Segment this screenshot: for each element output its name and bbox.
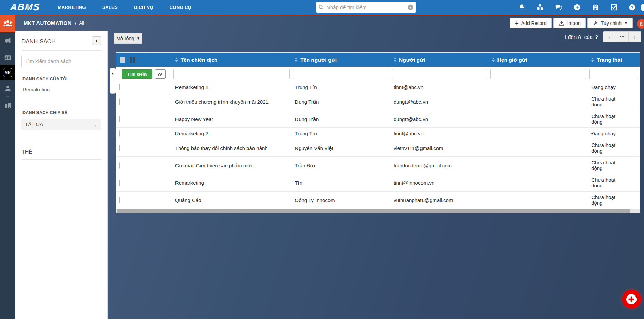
column-header-campaign[interactable]: Tên chiến dịch [172, 57, 292, 63]
filter-input-schedule[interactable] [490, 69, 586, 79]
row-checkbox[interactable] [119, 197, 120, 203]
table-row[interactable]: Remarketing 2 Trung Tín tinnt@abc.vn Đan… [116, 128, 640, 139]
menu-item-sales[interactable]: SALES [102, 5, 118, 10]
global-search-input[interactable] [326, 4, 407, 10]
table-row[interactable]: Quảng Cáo Công Ty Innocom vuthuanphat6@g… [116, 192, 640, 209]
expand-button[interactable]: Mở rộng ▼ [114, 33, 142, 44]
import-label: Import [567, 20, 581, 26]
column-header-status[interactable]: Trạng thái [588, 57, 640, 63]
search-icon [318, 4, 324, 10]
column-header-sender-name[interactable]: Tên người gửi [291, 57, 390, 63]
cell-status: Chưa hoạt động [588, 139, 640, 156]
cell-schedule [489, 116, 588, 122]
edge-cutoff-icon[interactable] [641, 4, 644, 11]
collapse-panel-button[interactable]: ‹ [110, 68, 116, 94]
breadcrumb-separator: › [75, 20, 76, 26]
cell-campaign: Happy New Year [172, 113, 292, 125]
pagination-next-button[interactable]: › [628, 31, 641, 42]
table-body: Remarketing 1 Trung Tín tinnt@abc.vn Đan… [116, 81, 640, 209]
plus-icon [622, 290, 641, 309]
plus-circle-icon[interactable] [573, 4, 581, 11]
cell-sender-name: Trần Đức [291, 160, 390, 171]
sort-icon [175, 58, 178, 62]
row-checkbox[interactable] [119, 145, 120, 151]
bell-icon[interactable] [518, 4, 525, 11]
add-record-label: Add Record [521, 20, 547, 26]
table-row[interactable]: Remarketing 1 Trung Tín tinnt@abc.vn Đan… [116, 81, 640, 93]
sort-icon [492, 58, 495, 62]
scrollbar-thumb[interactable] [117, 209, 630, 213]
id-card-icon[interactable] [4, 54, 12, 61]
megaphone-icon[interactable] [4, 37, 12, 44]
list-search-input[interactable] [21, 55, 101, 67]
menu-item-dich-vu[interactable]: DỊCH VỤ [134, 5, 153, 10]
add-list-button[interactable]: + [92, 36, 101, 45]
expand-label: Mở rộng [116, 36, 134, 41]
menu-item-marketing[interactable]: MARKETING [58, 5, 86, 10]
cell-status: Chưa hoạt động [588, 174, 640, 191]
table-search-button[interactable]: Tìm kiếm [122, 69, 152, 79]
list-item-remaketing[interactable]: Remaketing [22, 87, 101, 92]
row-checkbox[interactable] [119, 116, 120, 122]
customize-button[interactable]: Tùy chỉnh ▼ [587, 18, 633, 28]
breadcrumb-module-title: MKT AUTOMATION [24, 20, 72, 26]
column-header-sender[interactable]: Người gửi [390, 57, 489, 63]
module-tile[interactable] [0, 15, 15, 32]
sidebar-item-mk-active[interactable]: MK [0, 65, 15, 80]
check-square-icon[interactable] [610, 4, 617, 11]
floating-add-button[interactable] [620, 288, 643, 310]
column-label: Trạng thái [597, 57, 622, 63]
cell-sender-email: dungtt@abc.vn [390, 96, 489, 107]
search-scope-chevron-icon[interactable] [407, 4, 414, 11]
pagination-prev-button[interactable]: ‹ [603, 31, 616, 42]
cell-campaign: Giới thiệu chương trình khuyến mãi 2021 [172, 96, 292, 107]
plus-icon: + [515, 20, 519, 26]
download-icon [558, 20, 565, 26]
table-row[interactable]: Giới thiệu chương trình khuyến mãi 2021 … [116, 93, 640, 110]
app-sidebar: MK [0, 15, 15, 319]
person-icon[interactable] [4, 85, 12, 92]
row-checkbox[interactable] [119, 180, 120, 186]
list-panel: DANH SÁCH + DANH SÁCH CỦA TÔI Remaketing… [15, 31, 108, 319]
cubes-icon[interactable] [537, 4, 544, 11]
chat-icon[interactable] [555, 4, 562, 11]
column-header-schedule[interactable]: Hẹn giờ gửi [489, 57, 588, 63]
filter-input-status[interactable] [589, 69, 638, 79]
building-icon[interactable] [4, 102, 12, 109]
question-circle-icon[interactable]: ? [629, 4, 636, 11]
notes-badge[interactable] [637, 19, 644, 29]
list-panel-title: DANH SÁCH [21, 38, 101, 45]
cell-sender-name: Dung Trần [291, 96, 390, 107]
cell-sender-email: tranduc.temp@gmail.com [390, 160, 489, 171]
row-checkbox[interactable] [119, 162, 120, 169]
pagination-more-button[interactable]: ••• [616, 31, 629, 42]
filter-input-campaign[interactable] [173, 69, 290, 79]
cell-status: Chưa hoạt động [588, 93, 640, 110]
row-checkbox[interactable] [119, 130, 120, 137]
grid-view-icon[interactable] [130, 57, 135, 63]
pagination-total: ? [595, 34, 598, 40]
filter-row: Tìm kiếm [116, 67, 640, 81]
cell-schedule [489, 180, 588, 185]
add-record-button[interactable]: + Add Record [510, 18, 551, 28]
table-row[interactable]: Thông báo thay đổi chính sách bảo hành N… [116, 139, 640, 157]
table-row[interactable]: Happy New Year Dung Trần dungtt@abc.vn C… [116, 110, 640, 128]
svg-text:?: ? [631, 5, 633, 10]
import-button[interactable]: Import [553, 18, 586, 28]
module-bar: MKT AUTOMATION › All + Add Record Import… [0, 15, 644, 31]
row-checkbox[interactable] [119, 84, 120, 90]
clear-filters-button[interactable] [155, 69, 166, 79]
filter-input-sender[interactable] [392, 69, 487, 79]
column-label: Người gửi [399, 57, 425, 63]
shared-lists-select[interactable]: TẤT CẢ ⌄ [21, 119, 101, 130]
calendar-icon[interactable] [592, 4, 599, 11]
filter-input-sender-name[interactable] [293, 69, 388, 79]
table-row[interactable]: Gửi mail Giới thiệu sản phẩm mới Trần Đứ… [116, 157, 640, 174]
pagination-of: của [584, 34, 593, 40]
select-all-checkbox[interactable] [120, 57, 125, 63]
chevron-down-icon: ⌄ [94, 122, 98, 127]
table-row[interactable]: Remarketing Tín tinnt@innocom.vn Chưa ho… [116, 174, 640, 192]
table-header: Tên chiến dịch Tên người gửi Người gửi H… [116, 53, 640, 67]
menu-item-cong-cu[interactable]: CÔNG CỤ [169, 5, 191, 10]
row-checkbox[interactable] [119, 98, 120, 105]
